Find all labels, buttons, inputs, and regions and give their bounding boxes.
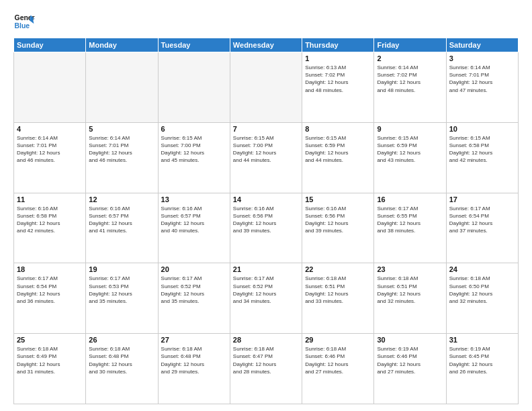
- weekday-header-row: SundayMondayTuesdayWednesdayThursdayFrid…: [14, 38, 519, 52]
- day-info: Sunrise: 6:13 AM Sunset: 7:02 PM Dayligh…: [305, 64, 371, 94]
- day-info: Sunrise: 6:16 AM Sunset: 6:56 PM Dayligh…: [233, 205, 299, 235]
- day-number: 28: [233, 336, 299, 344]
- day-info: Sunrise: 6:17 AM Sunset: 6:53 PM Dayligh…: [89, 275, 154, 305]
- calendar-cell: [14, 52, 86, 123]
- calendar-cell: 20Sunrise: 6:17 AM Sunset: 6:52 PM Dayli…: [158, 263, 230, 334]
- calendar-cell: 6Sunrise: 6:15 AM Sunset: 7:00 PM Daylig…: [158, 122, 230, 193]
- day-number: 6: [161, 125, 227, 133]
- day-number: 4: [17, 125, 83, 133]
- day-number: 23: [377, 265, 443, 273]
- day-number: 26: [89, 336, 154, 344]
- calendar-cell: 19Sunrise: 6:17 AM Sunset: 6:53 PM Dayli…: [86, 263, 158, 334]
- calendar-cell: 23Sunrise: 6:18 AM Sunset: 6:51 PM Dayli…: [374, 263, 446, 334]
- day-number: 30: [377, 336, 443, 344]
- day-number: 13: [161, 195, 227, 203]
- day-number: 3: [449, 54, 515, 62]
- calendar-cell: 10Sunrise: 6:15 AM Sunset: 6:58 PM Dayli…: [446, 122, 518, 193]
- day-info: Sunrise: 6:18 AM Sunset: 6:51 PM Dayligh…: [377, 275, 443, 305]
- day-number: 18: [17, 265, 83, 273]
- day-info: Sunrise: 6:19 AM Sunset: 6:45 PM Dayligh…: [449, 345, 515, 375]
- calendar-cell: 9Sunrise: 6:15 AM Sunset: 6:59 PM Daylig…: [374, 122, 446, 193]
- week-row-3: 18Sunrise: 6:17 AM Sunset: 6:54 PM Dayli…: [14, 263, 519, 334]
- week-row-0: 1Sunrise: 6:13 AM Sunset: 7:02 PM Daylig…: [14, 52, 519, 123]
- day-info: Sunrise: 6:17 AM Sunset: 6:54 PM Dayligh…: [17, 275, 83, 305]
- calendar-cell: 5Sunrise: 6:14 AM Sunset: 7:01 PM Daylig…: [86, 122, 158, 193]
- header: General Blue: [13, 11, 519, 32]
- day-number: 7: [233, 125, 299, 133]
- calendar-cell: 4Sunrise: 6:14 AM Sunset: 7:01 PM Daylig…: [14, 122, 86, 193]
- day-info: Sunrise: 6:17 AM Sunset: 6:52 PM Dayligh…: [233, 275, 299, 305]
- day-info: Sunrise: 6:18 AM Sunset: 6:49 PM Dayligh…: [17, 345, 83, 375]
- day-number: 14: [233, 195, 299, 203]
- weekday-header-sunday: Sunday: [14, 38, 86, 52]
- week-row-4: 25Sunrise: 6:18 AM Sunset: 6:49 PM Dayli…: [14, 334, 519, 404]
- day-info: Sunrise: 6:18 AM Sunset: 6:51 PM Dayligh…: [305, 275, 371, 305]
- calendar-cell: 25Sunrise: 6:18 AM Sunset: 6:49 PM Dayli…: [14, 334, 86, 404]
- day-info: Sunrise: 6:14 AM Sunset: 7:01 PM Dayligh…: [17, 134, 83, 165]
- calendar-cell: 8Sunrise: 6:15 AM Sunset: 6:59 PM Daylig…: [302, 122, 374, 193]
- day-info: Sunrise: 6:14 AM Sunset: 7:02 PM Dayligh…: [377, 64, 443, 94]
- day-number: 20: [161, 265, 227, 273]
- week-row-1: 4Sunrise: 6:14 AM Sunset: 7:01 PM Daylig…: [14, 122, 519, 193]
- weekday-header-saturday: Saturday: [446, 38, 518, 52]
- svg-text:Blue: Blue: [15, 22, 30, 30]
- day-number: 11: [17, 195, 83, 203]
- day-number: 31: [449, 336, 515, 344]
- day-info: Sunrise: 6:16 AM Sunset: 6:57 PM Dayligh…: [161, 205, 227, 235]
- day-number: 15: [305, 195, 371, 203]
- logo-icon: General Blue: [13, 11, 35, 32]
- day-number: 5: [89, 125, 154, 133]
- weekday-header-wednesday: Wednesday: [230, 38, 302, 52]
- day-number: 21: [233, 265, 299, 273]
- day-info: Sunrise: 6:19 AM Sunset: 6:46 PM Dayligh…: [377, 345, 443, 375]
- day-number: 1: [305, 54, 371, 62]
- day-info: Sunrise: 6:15 AM Sunset: 6:59 PM Dayligh…: [377, 134, 443, 165]
- calendar-cell: 22Sunrise: 6:18 AM Sunset: 6:51 PM Dayli…: [302, 263, 374, 334]
- day-number: 22: [305, 265, 371, 273]
- day-info: Sunrise: 6:16 AM Sunset: 6:57 PM Dayligh…: [89, 205, 154, 235]
- calendar-cell: 7Sunrise: 6:15 AM Sunset: 7:00 PM Daylig…: [230, 122, 302, 193]
- calendar-cell: 17Sunrise: 6:17 AM Sunset: 6:54 PM Dayli…: [446, 193, 518, 263]
- day-info: Sunrise: 6:16 AM Sunset: 6:56 PM Dayligh…: [305, 205, 371, 235]
- day-info: Sunrise: 6:15 AM Sunset: 6:59 PM Dayligh…: [305, 134, 371, 165]
- day-number: 8: [305, 125, 371, 133]
- calendar-cell: 18Sunrise: 6:17 AM Sunset: 6:54 PM Dayli…: [14, 263, 86, 334]
- day-info: Sunrise: 6:15 AM Sunset: 6:58 PM Dayligh…: [449, 134, 515, 165]
- calendar-table: SundayMondayTuesdayWednesdayThursdayFrid…: [13, 38, 519, 404]
- calendar-cell: 16Sunrise: 6:17 AM Sunset: 6:55 PM Dayli…: [374, 193, 446, 263]
- calendar-cell: [86, 52, 158, 123]
- week-row-2: 11Sunrise: 6:16 AM Sunset: 6:58 PM Dayli…: [14, 193, 519, 263]
- day-info: Sunrise: 6:15 AM Sunset: 7:00 PM Dayligh…: [161, 134, 227, 165]
- logo: General Blue: [13, 11, 35, 32]
- day-number: 27: [161, 336, 227, 344]
- day-info: Sunrise: 6:18 AM Sunset: 6:48 PM Dayligh…: [161, 345, 227, 375]
- weekday-header-thursday: Thursday: [302, 38, 374, 52]
- calendar-cell: 31Sunrise: 6:19 AM Sunset: 6:45 PM Dayli…: [446, 334, 518, 404]
- day-info: Sunrise: 6:18 AM Sunset: 6:47 PM Dayligh…: [233, 345, 299, 375]
- day-number: 17: [449, 195, 515, 203]
- weekday-header-friday: Friday: [374, 38, 446, 52]
- calendar-cell: 11Sunrise: 6:16 AM Sunset: 6:58 PM Dayli…: [14, 193, 86, 263]
- day-info: Sunrise: 6:18 AM Sunset: 6:50 PM Dayligh…: [449, 275, 515, 305]
- day-info: Sunrise: 6:17 AM Sunset: 6:55 PM Dayligh…: [377, 205, 443, 235]
- day-info: Sunrise: 6:18 AM Sunset: 6:48 PM Dayligh…: [89, 345, 154, 375]
- day-info: Sunrise: 6:16 AM Sunset: 6:58 PM Dayligh…: [17, 205, 83, 235]
- calendar-cell: 1Sunrise: 6:13 AM Sunset: 7:02 PM Daylig…: [302, 52, 374, 123]
- calendar-cell: 21Sunrise: 6:17 AM Sunset: 6:52 PM Dayli…: [230, 263, 302, 334]
- day-info: Sunrise: 6:17 AM Sunset: 6:52 PM Dayligh…: [161, 275, 227, 305]
- calendar-cell: 2Sunrise: 6:14 AM Sunset: 7:02 PM Daylig…: [374, 52, 446, 123]
- calendar-cell: [230, 52, 302, 123]
- day-info: Sunrise: 6:14 AM Sunset: 7:01 PM Dayligh…: [449, 64, 515, 94]
- calendar-cell: [158, 52, 230, 123]
- day-number: 25: [17, 336, 83, 344]
- weekday-header-tuesday: Tuesday: [158, 38, 230, 52]
- calendar-cell: 3Sunrise: 6:14 AM Sunset: 7:01 PM Daylig…: [446, 52, 518, 123]
- weekday-header-monday: Monday: [86, 38, 158, 52]
- day-number: 2: [377, 54, 443, 62]
- calendar-cell: 24Sunrise: 6:18 AM Sunset: 6:50 PM Dayli…: [446, 263, 518, 334]
- calendar-cell: 26Sunrise: 6:18 AM Sunset: 6:48 PM Dayli…: [86, 334, 158, 404]
- day-number: 19: [89, 265, 154, 273]
- calendar-cell: 29Sunrise: 6:18 AM Sunset: 6:46 PM Dayli…: [302, 334, 374, 404]
- day-info: Sunrise: 6:15 AM Sunset: 7:00 PM Dayligh…: [233, 134, 299, 165]
- calendar-cell: 14Sunrise: 6:16 AM Sunset: 6:56 PM Dayli…: [230, 193, 302, 263]
